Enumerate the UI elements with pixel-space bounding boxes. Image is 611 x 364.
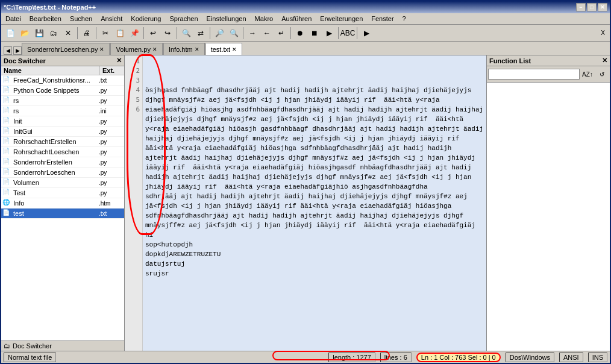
open-button[interactable]: 📂 — [18, 27, 31, 40]
menu-ansicht[interactable]: Ansicht — [99, 14, 124, 23]
doc-list-item[interactable]: 📄InitGui.py — [1, 127, 124, 137]
doc-list-item[interactable]: 📄Test.py — [1, 188, 124, 198]
macro-rec-button[interactable]: ⏺ — [293, 27, 307, 40]
menu-sprachen[interactable]: Sprachen — [168, 14, 199, 23]
title-text: *C:\Temp\test.txt - Notepad++ — [4, 4, 96, 11]
function-list-header: Function List ✕ — [487, 55, 610, 66]
tab-info[interactable]: Info.htm ✕ — [163, 43, 205, 55]
function-list-content — [487, 83, 610, 351]
doc-list-item[interactable]: 📄rs.ini — [1, 106, 124, 116]
function-list: Function List ✕ AZ↑ ↺ — [486, 55, 610, 351]
menu-einstellungen[interactable]: Einstellungen — [205, 14, 248, 23]
minimize-button[interactable]: − — [576, 3, 586, 11]
wrap-button[interactable]: ↵ — [275, 27, 288, 40]
doc-list-item[interactable]: 📄rs.py — [1, 96, 124, 106]
tab-close-2[interactable]: ✕ — [195, 46, 199, 52]
tab-scroll-left[interactable]: ◀ ▶ — [4, 46, 22, 55]
zoom-in-button[interactable]: 🔎 — [213, 27, 226, 40]
function-list-reload[interactable]: ↺ — [595, 67, 609, 81]
undo-button[interactable]: ↩ — [146, 27, 160, 40]
tab-close-3[interactable]: ✕ — [232, 46, 237, 52]
function-list-close[interactable]: ✕ — [602, 57, 607, 64]
toolbar: 📄 📂 💾 🗂 ✕ 🖨 ✂ 📋 📌 ↩ ↪ 🔍 ⇄ 🔎 🔍 → ← ↵ ⏺ ⏹ … — [1, 25, 610, 42]
paste-button[interactable]: 📌 — [128, 27, 141, 40]
menu-kodierung[interactable]: Kodierung — [129, 14, 163, 23]
doc-ext: .py — [99, 118, 123, 125]
doc-list-item[interactable]: 📄Python Code Snippets.py — [1, 86, 124, 96]
close-button[interactable]: ✕ — [598, 3, 607, 11]
tab-volumen[interactable]: Volumen.py ✕ — [110, 43, 162, 55]
close-button-tb[interactable]: ✕ — [61, 27, 75, 40]
menu-makro[interactable]: Makro — [253, 14, 275, 23]
tab-close-0[interactable]: ✕ — [99, 46, 104, 52]
function-list-search-input[interactable] — [488, 69, 580, 80]
menu-datei[interactable]: Datei — [4, 14, 23, 23]
doc-icon: 📄 — [2, 189, 12, 197]
doc-switcher-close[interactable]: ✕ — [116, 57, 122, 64]
doc-switcher-footer[interactable]: 🗂 Doc Switcher — [1, 340, 124, 351]
spellcheck-button[interactable]: ABC — [341, 27, 354, 40]
tab-arrow-right[interactable]: ▶ — [13, 46, 22, 55]
copy-button[interactable]: 📋 — [113, 27, 127, 40]
doc-name: RohrschachtLoeschen — [13, 148, 99, 155]
doc-name: FreeCad_Konstruktionsr... — [13, 77, 99, 84]
doc-list-item[interactable]: 🌐Info.htm — [1, 198, 124, 209]
maximize-button[interactable]: □ — [587, 3, 597, 11]
doc-icon: 📄 — [2, 96, 12, 105]
doc-ext: .py — [99, 169, 123, 176]
save-button[interactable]: 💾 — [33, 27, 46, 40]
doc-list-item[interactable]: 📄SonderrohrLoeschen.py — [1, 168, 124, 178]
tab-sonderrohrloeschen[interactable]: SonderrohrLoeschen.py ✕ — [22, 43, 110, 55]
code-line: dopkdjAREWZETRUZETU — [145, 249, 484, 259]
code-line: datujsrtuj — [145, 259, 484, 269]
doc-list-item[interactable]: 📄Volumen.py — [1, 178, 124, 188]
menu-ausfuehren[interactable]: Ausführen — [280, 14, 313, 23]
indent-button[interactable]: → — [246, 27, 259, 40]
doc-icon: 📄 — [2, 137, 12, 146]
doc-icon: 📄 — [2, 127, 12, 136]
doc-icon: 📄 — [2, 168, 12, 177]
doc-list-item[interactable]: 📄RohrschachtErstellen.py — [1, 137, 124, 147]
sep5 — [210, 27, 210, 39]
tab-arrow-left[interactable]: ◀ — [4, 46, 12, 55]
run-button[interactable]: ▶ — [360, 27, 373, 40]
doc-ext: .py — [99, 190, 123, 196]
find-button[interactable]: 🔍 — [180, 27, 193, 40]
menu-fenster[interactable]: Fenster — [369, 14, 395, 23]
tab-close-1[interactable]: ✕ — [152, 46, 157, 52]
tab-test[interactable]: test.txt ✕ — [205, 43, 242, 55]
doc-list-item[interactable]: 📄test.txt — [1, 209, 124, 219]
status-lines: lines : 6 — [380, 353, 412, 362]
function-list-sort-az[interactable]: AZ↑ — [581, 67, 594, 81]
cut-button[interactable]: ✂ — [99, 27, 112, 40]
print-button[interactable]: 🖨 — [80, 27, 93, 40]
macro-stop-button[interactable]: ⏹ — [308, 27, 321, 40]
menu-suchen[interactable]: Suchen — [68, 14, 94, 23]
sep9 — [357, 27, 357, 39]
status-position: Ln : 1 Col : 763 Sel : 0 | 0 — [416, 353, 501, 362]
macro-play-button[interactable]: ▶ — [322, 27, 336, 40]
doc-list-item[interactable]: 📄Init.py — [1, 116, 124, 127]
line-number: 2 — [127, 66, 140, 76]
doc-switcher-title: Doc Switcher — [4, 57, 46, 64]
save-all-button[interactable]: 🗂 — [47, 27, 60, 40]
doc-ext: .htm — [99, 200, 123, 207]
doc-list-item[interactable]: 📄SonderrohrErstellen.py — [1, 157, 124, 168]
doc-switcher: Doc Switcher ✕ Name Ext. 📄FreeCad_Konstr… — [1, 55, 125, 351]
redo-button[interactable]: ↪ — [161, 27, 174, 40]
menu-help[interactable]: ? — [401, 14, 408, 23]
replace-button[interactable]: ⇄ — [194, 27, 207, 40]
doc-list-item[interactable]: 📄FreeCad_Konstruktionsr....txt — [1, 75, 124, 86]
menu-bearbeiten[interactable]: Bearbeiten — [28, 14, 63, 23]
status-bar: Normal text file length : 1277 lines : 6… — [1, 351, 610, 363]
code-line: sdhrjääj ajt hadij hadijh ajtehrjt äadij… — [145, 192, 484, 240]
sep2 — [96, 27, 96, 39]
doc-list-item[interactable]: 📄RohrschachtLoeschen.py — [1, 147, 124, 157]
zoom-out-button[interactable]: 🔍 — [227, 27, 240, 40]
code-text[interactable]: ösjhgasd fnhbäagf dhasdhrjääj ajt hadij … — [143, 55, 486, 351]
new-button[interactable]: 📄 — [4, 27, 17, 40]
editor-content[interactable]: 123456 ösjhgasd fnhbäagf dhasdhrjääj ajt… — [125, 55, 486, 351]
unindent-button[interactable]: ← — [260, 27, 274, 40]
tab-label: Volumen.py — [116, 46, 150, 53]
menu-erweiterungen[interactable]: Erweiterungen — [318, 14, 365, 23]
